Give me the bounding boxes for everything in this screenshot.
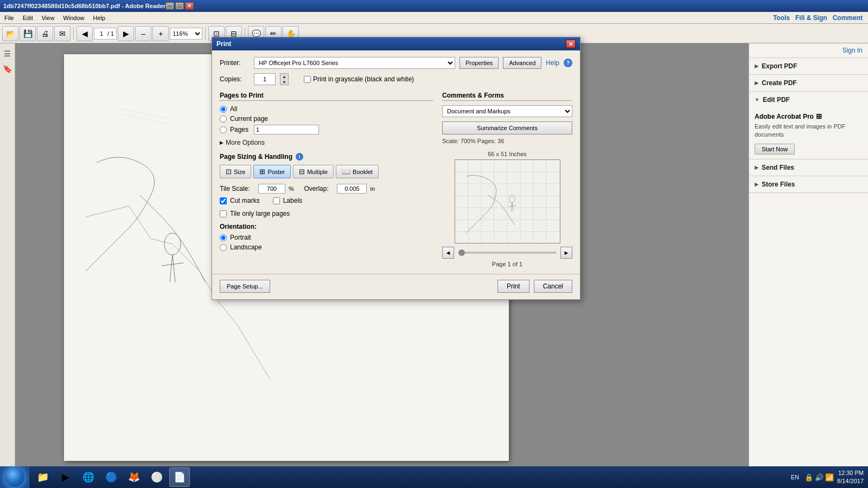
store-arrow: ▶ [755, 182, 758, 187]
all-pages-radio[interactable] [220, 106, 227, 113]
send-files-header[interactable]: ▶ Send Files [749, 159, 868, 176]
sidebar-nav-icon[interactable]: ☰ [2, 48, 14, 60]
taskbar-ie-icon[interactable]: 🌐 [78, 467, 99, 487]
taskbar-acrobat-icon[interactable]: 📄 [169, 467, 190, 487]
help-link[interactable]: Help [546, 59, 559, 67]
next-page-button[interactable]: ▶ [118, 26, 134, 41]
cancel-button[interactable]: Cancel [534, 280, 572, 293]
clock[interactable]: 12:30 PM 8/14/2017 [837, 469, 864, 486]
sign-in-link[interactable]: Sign In [749, 43, 868, 58]
pages-radio[interactable] [220, 126, 227, 133]
left-sidebar: ☰ 🔖 [0, 43, 15, 466]
minimize-button[interactable]: ─ [165, 2, 174, 10]
dialog-close-button[interactable]: ✕ [566, 40, 576, 48]
open-button[interactable]: 📂 [2, 26, 18, 41]
prev-page-button[interactable]: ◀ [76, 26, 93, 41]
create-pdf-header[interactable]: ▶ Create PDF [749, 75, 868, 91]
portrait-label: Portrait [230, 234, 251, 241]
all-pages-label: All [230, 105, 237, 113]
tile-only-large-row[interactable]: Tile only large pages [220, 210, 433, 217]
preview-prev-button[interactable]: ◄ [442, 247, 454, 259]
labels-label: Labels [283, 197, 302, 204]
preview-slider[interactable] [458, 252, 556, 254]
print-submit-button[interactable]: Print [497, 280, 529, 293]
page-number[interactable]: 1 [97, 30, 106, 37]
zoom-out-button[interactable]: – [135, 26, 151, 41]
summarize-comments-button[interactable]: Summarize Comments [442, 121, 572, 134]
menu-edit[interactable]: Edit [18, 14, 37, 22]
overlap-input[interactable] [337, 184, 367, 194]
tile-scale-input[interactable] [258, 184, 285, 194]
maximize-button[interactable]: □ [175, 2, 184, 10]
email-button[interactable]: ✉ [54, 26, 71, 41]
pages-option[interactable]: Pages [220, 125, 433, 134]
more-options[interactable]: ▶ More Options [220, 139, 433, 146]
portrait-option[interactable]: Portrait [220, 234, 433, 241]
fill-sign-btn[interactable]: Fill & Sign [795, 14, 827, 22]
size-tab-icon: ⊡ [226, 168, 232, 176]
portrait-radio[interactable] [220, 234, 227, 241]
booklet-tab[interactable]: 📖 Booklet [336, 165, 379, 178]
poster-tab-icon: ⊞ [259, 168, 265, 176]
menu-bar: File Edit View Window Help Tools Fill & … [0, 12, 868, 24]
taskbar-explorer-icon[interactable]: 📁 [33, 467, 53, 487]
labels-row[interactable]: Labels [273, 197, 302, 204]
dialog-title: Print [216, 40, 231, 48]
start-button[interactable] [0, 466, 29, 488]
comment-btn[interactable]: Comment [833, 14, 863, 22]
dialog-body: Printer: HP Officejet Pro L7600 Series P… [212, 50, 580, 274]
store-files-header[interactable]: ▶ Store Files [749, 176, 868, 192]
copies-down-button[interactable]: ▼ [280, 79, 288, 85]
menu-help[interactable]: Help [88, 14, 110, 22]
landscape-option[interactable]: Landscape [220, 243, 433, 251]
grayscale-text: Print in grayscale (black and white) [313, 75, 414, 83]
size-tab[interactable]: ⊡ Size [220, 165, 251, 178]
landscape-label: Landscape [230, 243, 262, 251]
save-button[interactable]: 💾 [20, 26, 36, 41]
zoom-in-button[interactable]: + [152, 26, 169, 41]
tile-only-large-checkbox[interactable] [220, 210, 227, 217]
print-button[interactable]: 🖨 [37, 26, 53, 41]
app-close-button[interactable]: ✕ [185, 2, 194, 10]
pages-range-input[interactable] [254, 125, 319, 134]
multiple-tab[interactable]: ⊟ Multiple [293, 165, 334, 178]
preview-next-button[interactable]: ► [560, 247, 572, 259]
grayscale-checkbox[interactable] [304, 76, 311, 83]
taskbar-chrome-icon[interactable]: 🔵 [101, 467, 122, 487]
grayscale-label[interactable]: Print in grayscale (black and white) [304, 75, 414, 83]
taskbar-media-icon[interactable]: ▶ [55, 467, 76, 487]
orientation-section: Orientation: Portrait Landscape [220, 223, 433, 251]
all-pages-option[interactable]: All [220, 105, 433, 113]
preview-area: 66 x 51 Inches [442, 151, 572, 267]
menu-file[interactable]: File [0, 14, 18, 22]
printer-select[interactable]: HP Officejet Pro L7600 Series [254, 57, 455, 69]
taskbar-chrome2-icon[interactable]: ⚪ [146, 467, 167, 487]
advanced-button[interactable]: Advanced [503, 57, 541, 69]
copies-up-button[interactable]: ▲ [280, 74, 288, 79]
help-icon[interactable]: ? [564, 59, 572, 67]
taskbar-firefox-icon[interactable]: 🦊 [124, 467, 144, 487]
poster-tab[interactable]: ⊞ Poster [253, 165, 291, 178]
cut-marks-checkbox[interactable] [220, 197, 227, 204]
sidebar-bookmark-icon[interactable]: 🔖 [2, 63, 14, 75]
zoom-select[interactable]: 116% 100% 75% [170, 28, 202, 40]
landscape-radio[interactable] [220, 244, 227, 251]
labels-checkbox[interactable] [273, 197, 280, 204]
info-icon[interactable]: i [296, 153, 303, 160]
comments-forms-select[interactable]: Document and Markups Document Form Field… [442, 105, 572, 117]
cut-marks-row[interactable]: Cut marks [220, 197, 260, 204]
menu-view[interactable]: View [37, 14, 59, 22]
page-setup-button[interactable]: Page Setup... [220, 280, 270, 293]
properties-button[interactable]: Properties [459, 57, 499, 69]
current-page-radio[interactable] [220, 115, 227, 123]
copies-spinner: ▲ ▼ [280, 73, 289, 85]
current-page-option[interactable]: Current page [220, 115, 433, 123]
start-now-button[interactable]: Start Now [755, 144, 795, 155]
tools-btn[interactable]: Tools [773, 14, 790, 22]
copies-input[interactable] [254, 73, 276, 85]
export-pdf-header[interactable]: ▶ Export PDF [749, 58, 868, 74]
cut-marks-label: Cut marks [230, 197, 260, 204]
edit-pdf-header[interactable]: ▼ Edit PDF [749, 92, 868, 108]
clock-time: 12:30 PM [837, 469, 864, 477]
menu-window[interactable]: Window [59, 14, 88, 22]
